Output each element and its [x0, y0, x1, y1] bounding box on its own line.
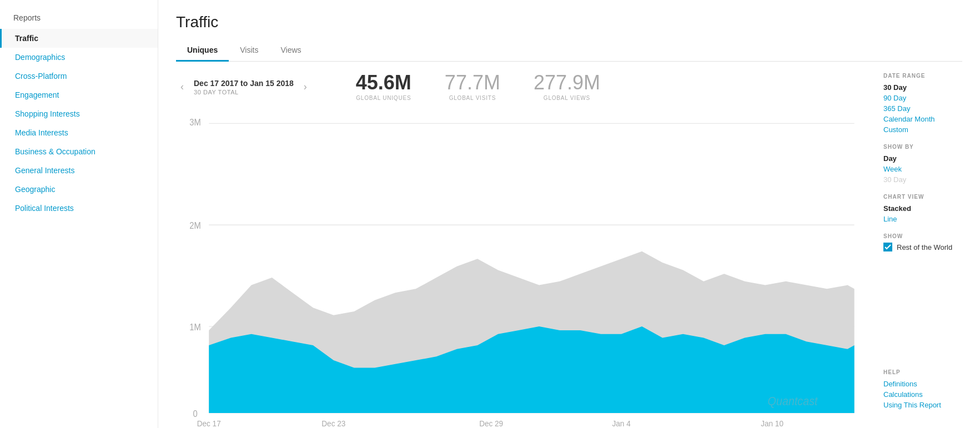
panel-option-stacked[interactable]: Stacked [883, 203, 971, 214]
global-views-label: Global Views [544, 95, 590, 101]
svg-text:3M: 3M [189, 118, 201, 128]
sidebar-item-media-interests[interactable]: Media Interests [0, 123, 158, 142]
panel-option-30day[interactable]: 30 Day [883, 82, 971, 93]
sidebar-item-shopping-interests[interactable]: Shopping Interests [0, 104, 158, 123]
panel-option-day[interactable]: Day [883, 153, 971, 164]
main-header: Traffic UniquesVisitsViews [158, 0, 980, 62]
stats-numbers: 45.6M Global Uniques 77.7M Global Visits… [356, 73, 600, 101]
date-range-text: Dec 17 2017 to Jan 15 2018 [194, 79, 294, 88]
next-arrow[interactable]: › [299, 79, 311, 95]
traffic-chart: 3M 2M 1M 0 Dec 17 Dec 23 D [176, 112, 861, 428]
svg-text:Dec 29: Dec 29 [479, 419, 503, 428]
panel-section-label-help: Help [883, 369, 971, 375]
date-nav: ‹ Dec 17 2017 to Jan 15 2018 30 Day Tota… [176, 79, 311, 95]
svg-text:Quantcast: Quantcast [768, 394, 818, 407]
main-content: Traffic UniquesVisitsViews ‹ Dec 17 2017… [158, 0, 980, 428]
global-visits-value: 77.7M [445, 73, 500, 93]
global-views-stat: 277.9M Global Views [534, 73, 600, 101]
panel-section-help: HelpDefinitionsCalculationsUsing This Re… [883, 360, 971, 410]
panel-section-label-chart-view: Chart View [883, 194, 971, 200]
panel-section-show: ShowRest of the World [883, 233, 971, 251]
sidebar-item-political-interests[interactable]: Political Interests [0, 199, 158, 218]
sidebar-item-demographics[interactable]: Demographics [0, 48, 158, 67]
help-link-using-report[interactable]: Using This Report [883, 400, 971, 410]
sidebar-item-traffic[interactable]: Traffic [0, 29, 158, 48]
global-uniques-label: Global Uniques [356, 95, 411, 101]
panel-section-show-by: Show ByDayWeek30 Day [883, 144, 971, 185]
panel-section-date-range: Date Range30 Day90 Day365 DayCalendar Mo… [883, 73, 971, 135]
prev-arrow[interactable]: ‹ [176, 79, 188, 95]
global-views-value: 277.9M [534, 73, 600, 93]
checkbox-show[interactable] [883, 243, 892, 251]
tab-visits[interactable]: Visits [229, 40, 269, 62]
sidebar-item-engagement[interactable]: Engagement [0, 85, 158, 104]
tab-uniques[interactable]: Uniques [176, 40, 229, 62]
global-uniques-stat: 45.6M Global Uniques [356, 73, 411, 101]
sidebar-item-general-interests[interactable]: General Interests [0, 161, 158, 180]
global-uniques-value: 45.6M [356, 73, 411, 93]
panel-section-label-show: Show [883, 233, 971, 239]
panel-option-line[interactable]: Line [883, 214, 971, 224]
panel-option-90day[interactable]: 90 Day [883, 93, 971, 103]
svg-text:0: 0 [193, 409, 198, 419]
tab-views[interactable]: Views [269, 40, 312, 62]
chart-wrapper: 3M 2M 1M 0 Dec 17 Dec 23 D [176, 112, 861, 428]
checkbox-label-show: Rest of the World [897, 243, 952, 251]
panel-option-custom[interactable]: Custom [883, 124, 971, 135]
date-sub: 30 Day Total [194, 89, 294, 95]
content-area: ‹ Dec 17 2017 to Jan 15 2018 30 Day Tota… [158, 62, 980, 428]
panel-option-calendar[interactable]: Calendar Month [883, 114, 971, 124]
page-title: Traffic [176, 13, 962, 31]
panel-section-label-date-range: Date Range [883, 73, 971, 79]
svg-text:Jan 4: Jan 4 [612, 419, 630, 428]
panel-option-30day: 30 Day [883, 174, 971, 185]
global-visits-stat: 77.7M Global Visits [445, 73, 500, 101]
svg-text:1M: 1M [189, 322, 201, 332]
sidebar: Reports TrafficDemographicsCross-Platfor… [0, 0, 158, 428]
date-info: Dec 17 2017 to Jan 15 2018 30 Day Total [194, 79, 294, 95]
tabs-bar: UniquesVisitsViews [176, 40, 962, 62]
stats-row: ‹ Dec 17 2017 to Jan 15 2018 30 Day Tota… [176, 73, 861, 101]
panel-section-label-show-by: Show By [883, 144, 971, 150]
panel-option-week[interactable]: Week [883, 164, 971, 174]
global-visits-label: Global Visits [449, 95, 496, 101]
sidebar-item-business-occupation[interactable]: Business & Occupation [0, 142, 158, 161]
svg-text:Jan 10: Jan 10 [761, 419, 783, 428]
svg-text:Dec 17: Dec 17 [197, 419, 221, 428]
checkbox-row-show[interactable]: Rest of the World [883, 243, 971, 251]
chart-section: ‹ Dec 17 2017 to Jan 15 2018 30 Day Tota… [158, 62, 875, 428]
reports-label: Reports [0, 9, 158, 29]
help-link-calculations[interactable]: Calculations [883, 389, 971, 400]
sidebar-item-cross-platform[interactable]: Cross-Platform [0, 67, 158, 85]
panel-option-365day[interactable]: 365 Day [883, 103, 971, 114]
right-panel: Date Range30 Day90 Day365 DayCalendar Mo… [875, 62, 980, 428]
help-link-definitions[interactable]: Definitions [883, 379, 971, 389]
panel-section-chart-view: Chart ViewStackedLine [883, 194, 971, 224]
svg-text:2M: 2M [189, 220, 201, 230]
sidebar-item-geographic[interactable]: Geographic [0, 180, 158, 199]
svg-text:Dec 23: Dec 23 [321, 419, 345, 428]
